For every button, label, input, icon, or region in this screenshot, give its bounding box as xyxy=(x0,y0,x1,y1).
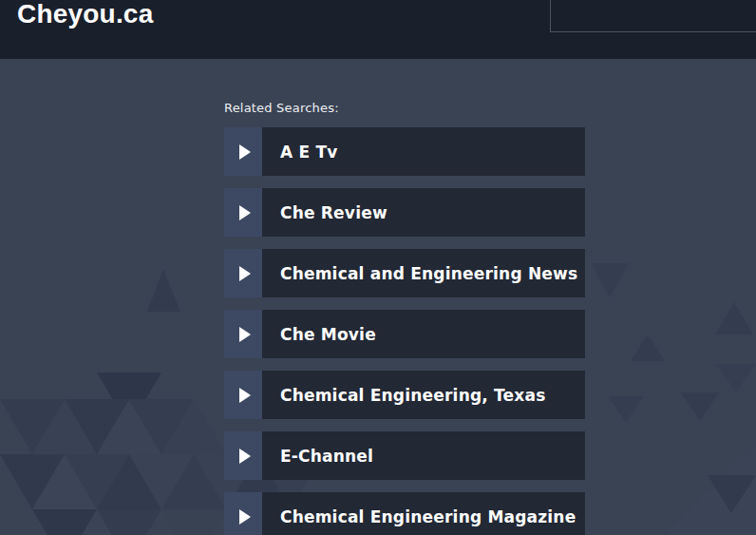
related-search-link[interactable]: E-Channel xyxy=(224,431,585,480)
page: { "header": { "brand": "Cheyou.ca", "sea… xyxy=(0,0,756,535)
related-search-label: A E Tv xyxy=(262,127,337,176)
related-search-link[interactable]: Che Review xyxy=(224,188,585,237)
play-icon xyxy=(224,371,262,419)
play-icon xyxy=(224,188,262,237)
related-search-link[interactable]: Chemical Engineering, Texas xyxy=(224,371,585,419)
main-content: Related Searches: A E Tv Che Review Chem… xyxy=(0,59,756,535)
related-search-label: E-Channel xyxy=(262,431,373,480)
play-icon xyxy=(224,492,262,535)
brand-logo[interactable]: Cheyou.ca xyxy=(17,0,153,31)
related-search-label: Che Movie xyxy=(262,310,376,358)
play-icon xyxy=(224,310,262,358)
play-icon xyxy=(224,249,262,297)
related-search-label: Che Review xyxy=(262,188,387,237)
related-search-link[interactable]: Chemical Engineering Magazine xyxy=(224,492,585,535)
play-icon xyxy=(224,127,262,176)
related-search-link[interactable]: A E Tv xyxy=(224,127,585,176)
related-searches-list: A E Tv Che Review Chemical and Engineeri… xyxy=(224,127,585,535)
related-searches-label: Related Searches: xyxy=(224,101,339,115)
related-search-link[interactable]: Che Movie xyxy=(224,310,585,358)
header: Cheyou.ca xyxy=(0,0,756,59)
search-input[interactable] xyxy=(551,0,756,31)
search-box[interactable] xyxy=(550,0,756,32)
related-search-label: Chemical Engineering Magazine xyxy=(262,492,576,535)
related-search-link[interactable]: Chemical and Engineering News xyxy=(224,249,585,297)
related-search-label: Chemical Engineering, Texas xyxy=(262,371,546,419)
related-search-label: Chemical and Engineering News xyxy=(262,249,577,297)
play-icon xyxy=(224,431,262,480)
